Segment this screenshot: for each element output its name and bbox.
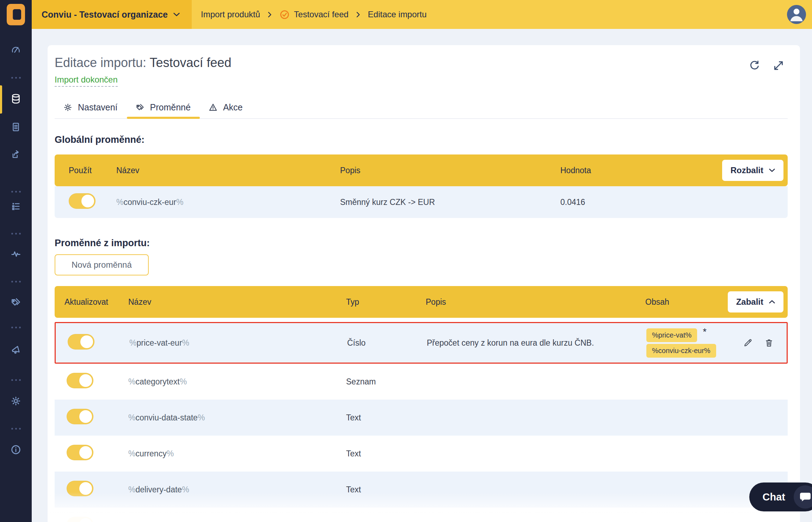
breadcrumb: Import produktů Testovací feed Editace i…	[201, 0, 427, 29]
organization-name: Conviu - Testovací organizace	[42, 10, 168, 20]
variable-name: %description%	[128, 521, 346, 522]
tab-akce[interactable]: Akce	[200, 99, 252, 118]
delete-trash-icon[interactable]	[764, 338, 774, 348]
tab-nastaveni[interactable]: Nastavení	[55, 99, 127, 118]
chat-button[interactable]: Chat	[749, 482, 812, 511]
info-icon	[10, 444, 21, 455]
global-variables-table-header: Použít Název Popis Hodnota Rozbalit	[55, 154, 788, 186]
table-row: %categorytext% Seznam	[55, 364, 788, 400]
variable-type: Text	[346, 521, 426, 522]
more-dots-icon	[11, 281, 21, 283]
page-title: Editace importu: Testovací feed	[55, 55, 232, 71]
tags-icon	[135, 103, 145, 112]
chevron-down-icon	[173, 13, 180, 17]
check-circle-icon	[279, 10, 290, 20]
tab-promenne[interactable]: Proměnné	[127, 99, 200, 118]
variable-type: Seznam	[346, 377, 426, 387]
row-enabled-toggle[interactable]	[67, 409, 93, 424]
sidebar-item-export[interactable]	[0, 144, 32, 164]
column-header-aktualizovat: Aktualizovat	[64, 297, 128, 307]
variable-name: %conviu-czk-eur%	[116, 198, 340, 207]
sidebar	[0, 0, 32, 522]
table-row: %conviu-czk-eur% Směnný kurz CZK -> EUR …	[55, 186, 788, 218]
column-header-nazev: Název	[116, 166, 340, 175]
import-edit-card: Editace importu: Testovací feed Import d…	[48, 45, 800, 522]
collapse-table-button[interactable]: Zabalit	[728, 291, 783, 312]
variable-value: 0.0416	[560, 198, 713, 207]
tab-bar: Nastavení Proměnné Akce	[55, 99, 788, 119]
sidebar-menu-dots-6[interactable]	[0, 370, 32, 390]
more-dots-icon	[11, 428, 21, 430]
table-row-highlighted: %price-vat-eur% Číslo Přepočet ceny z ko…	[55, 322, 788, 364]
breadcrumb-import-produktu[interactable]: Import produktů	[201, 10, 260, 19]
edit-pencil-icon[interactable]	[743, 338, 753, 348]
import-variables-table-header: Aktualizovat Název Typ Popis Obsah Zabal…	[55, 286, 788, 318]
chevron-down-icon	[769, 169, 775, 172]
row-enabled-toggle[interactable]	[67, 445, 93, 460]
app-logo[interactable]	[0, 0, 32, 29]
variable-description: Směnný kurz CZK -> EUR	[340, 198, 560, 207]
row-enabled-toggle[interactable]	[67, 517, 93, 522]
tags-icon	[10, 297, 21, 308]
sidebar-menu-dots-7[interactable]	[0, 419, 32, 438]
organization-selector[interactable]: Conviu - Testovací organizace	[32, 0, 192, 29]
variable-content: %price-vat% * %conviu-czk-eur%	[646, 328, 722, 358]
expand-table-button[interactable]: Rozbalit	[722, 160, 783, 181]
user-avatar[interactable]	[787, 5, 806, 24]
variable-name: %price-vat-eur%	[129, 338, 347, 348]
sidebar-menu-dots-3[interactable]	[0, 224, 32, 243]
gear-icon	[63, 103, 73, 112]
breadcrumb-editace-importu: Editace importu	[368, 10, 427, 19]
activity-icon	[10, 248, 21, 260]
sidebar-item-tags[interactable]	[0, 292, 32, 312]
expand-icon[interactable]	[773, 60, 784, 71]
table-row: %conviu-data-state% Text	[55, 400, 788, 436]
column-header-popis: Popis	[426, 297, 645, 307]
table-row: %delivery-date% Text	[55, 472, 788, 508]
column-header-typ: Typ	[346, 297, 426, 307]
page-background: Editace importu: Testovací feed Import d…	[32, 29, 812, 522]
sidebar-item-documents[interactable]	[0, 117, 32, 137]
column-header-hodnota: Hodnota	[560, 166, 713, 175]
sidebar-item-list[interactable]	[0, 196, 32, 216]
chevron-right-icon	[356, 12, 360, 18]
row-enabled-toggle[interactable]	[67, 481, 93, 496]
refresh-icon[interactable]	[749, 60, 760, 71]
row-enabled-toggle[interactable]	[69, 193, 96, 209]
column-header-popis: Popis	[340, 166, 560, 175]
more-dots-icon	[11, 327, 21, 328]
more-dots-icon	[11, 77, 21, 79]
variable-name: %categorytext%	[128, 377, 346, 387]
row-enabled-toggle[interactable]	[67, 373, 93, 388]
more-dots-icon	[11, 379, 21, 381]
chevron-up-icon	[769, 300, 775, 304]
warning-icon	[208, 103, 218, 112]
import-status-link[interactable]: Import dokončen	[55, 75, 118, 87]
new-variable-button[interactable]: Nová proměnná	[55, 254, 149, 275]
column-header-pouzit: Použít	[69, 166, 116, 175]
conviu-logo-icon	[6, 3, 26, 26]
list-icon	[11, 201, 21, 212]
dashboard-icon	[11, 45, 21, 56]
sidebar-item-dashboard[interactable]	[0, 41, 32, 60]
sidebar-item-settings[interactable]	[0, 391, 32, 411]
top-bar: Conviu - Testovací organizace Import pro…	[32, 0, 812, 29]
required-mark: *	[703, 328, 707, 335]
sidebar-item-info[interactable]	[0, 440, 32, 460]
row-enabled-toggle[interactable]	[68, 334, 94, 350]
variable-type: Text	[346, 449, 426, 459]
page-title-prefix: Editace importu:	[55, 55, 146, 70]
sidebar-item-activity[interactable]	[0, 244, 32, 264]
sidebar-item-announcements[interactable]	[0, 340, 32, 360]
megaphone-icon	[10, 344, 21, 356]
sidebar-menu-dots-5[interactable]	[0, 317, 32, 337]
sidebar-item-data[interactable]	[0, 89, 32, 109]
breadcrumb-testovaci-feed[interactable]: Testovací feed	[279, 10, 349, 20]
document-icon	[11, 122, 21, 132]
sidebar-menu-dots-4[interactable]	[0, 272, 32, 291]
page-title-feed-name: Testovací feed	[149, 55, 231, 70]
variable-description: Přepočet ceny z korun na eura dle kurzu …	[427, 338, 646, 348]
sidebar-menu-dots-1[interactable]	[0, 68, 32, 87]
variable-name: %delivery-date%	[128, 485, 346, 494]
global-variables-heading: Globální proměnné:	[55, 134, 788, 145]
